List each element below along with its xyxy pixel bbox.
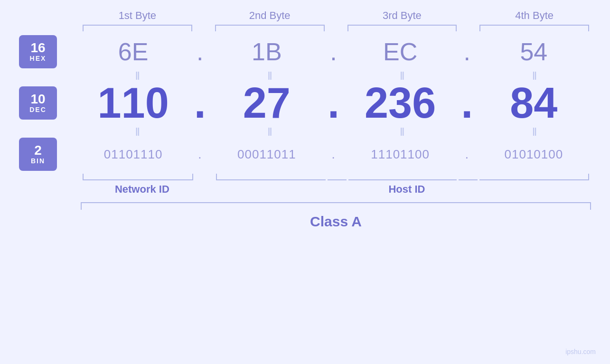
bin-byte4: 01010100 (477, 147, 591, 162)
byte4-header: 4th Byte (478, 9, 591, 25)
dec-dot2: . (324, 82, 343, 124)
dec-byte3: 236 (343, 82, 458, 124)
bin-byte3: 11101100 (343, 147, 458, 162)
bracket-host-connector (328, 179, 347, 180)
equals-row-2: || || || || (19, 124, 591, 138)
eq1-byte3: || (346, 70, 459, 80)
hex-byte2: 1B (209, 37, 324, 66)
bracket-class-a (81, 202, 591, 210)
bin-byte2: 00011011 (209, 147, 324, 162)
bracket-host-connector2 (459, 179, 478, 180)
hex-dot3: . (458, 37, 477, 66)
bin-dot3: . (458, 147, 477, 162)
byte2-header: 2nd Byte (213, 9, 327, 25)
hex-row: 16 HEX 6E . 1B . EC . 54 (19, 35, 591, 68)
eq2-byte3: || (346, 126, 459, 136)
bracket-byte1 (83, 25, 192, 31)
bracket-host-id-mid (348, 174, 457, 180)
hex-byte3: EC (343, 37, 458, 66)
bracket-byte2 (215, 25, 325, 31)
eq2-byte1: || (81, 126, 194, 136)
bracket-host-id-end (479, 174, 589, 180)
host-id-label: Host ID (223, 183, 591, 196)
hex-byte1: 6E (76, 37, 190, 66)
dec-byte1: 110 (76, 82, 190, 124)
dec-dot1: . (190, 82, 209, 124)
watermark: ipshu.com (565, 348, 596, 355)
dec-dot3: . (458, 82, 477, 124)
dec-byte2: 27 (209, 82, 324, 124)
dec-byte4: 84 (477, 82, 591, 124)
hex-dot1: . (190, 37, 209, 66)
eq1-byte1: || (81, 70, 194, 80)
eq2-byte2: || (213, 126, 327, 136)
bin-badge: 2 BIN (19, 138, 57, 171)
network-id-label: Network ID (81, 183, 204, 196)
hex-dot2: . (324, 37, 343, 66)
dec-row: 10 DEC 110 . 27 . 236 . 84 (19, 82, 591, 124)
bracket-byte3 (347, 25, 457, 31)
eq1-byte2: || (213, 70, 327, 80)
hex-badge: 16 HEX (19, 35, 57, 68)
bracket-network-id (83, 174, 193, 180)
eq1-byte4: || (478, 70, 591, 80)
bin-byte1: 01101110 (76, 147, 190, 162)
bracket-host-id-start (216, 174, 326, 180)
bin-dot2: . (324, 147, 343, 162)
bracket-byte4 (479, 25, 589, 31)
byte3-header: 3rd Byte (346, 9, 459, 25)
hex-byte4: 54 (477, 37, 591, 66)
eq2-byte4: || (478, 126, 591, 136)
bin-row: 2 BIN 01101110 . 00011011 . 11101100 . 0… (19, 138, 591, 171)
byte1-header: 1st Byte (81, 9, 194, 25)
class-a-label: Class A (81, 214, 591, 230)
main-container: 1st Byte 2nd Byte 3rd Byte 4th Byte 16 H… (0, 0, 610, 364)
dec-badge: 10 DEC (19, 86, 57, 120)
bin-dot1: . (190, 147, 209, 162)
